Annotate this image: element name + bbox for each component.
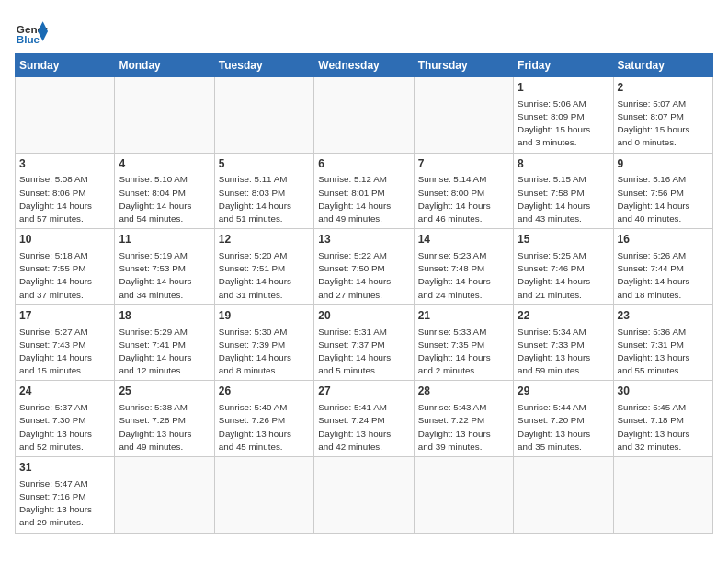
calendar-cell [16, 77, 115, 154]
calendar-cell [314, 77, 414, 154]
day-number: 13 [318, 232, 409, 247]
day-number: 16 [618, 232, 709, 247]
weekday-header-thursday: Thursday [414, 54, 513, 77]
day-number: 29 [518, 384, 609, 399]
day-info: Sunrise: 5:44 AM Sunset: 7:20 PM Dayligh… [518, 401, 609, 454]
calendar-cell: 29Sunrise: 5:44 AM Sunset: 7:20 PM Dayli… [514, 381, 613, 457]
calendar-cell: 27Sunrise: 5:41 AM Sunset: 7:24 PM Dayli… [314, 381, 414, 457]
day-info: Sunrise: 5:10 AM Sunset: 8:04 PM Dayligh… [119, 173, 210, 225]
day-number: 7 [418, 156, 509, 172]
calendar-week-row: 10Sunrise: 5:18 AM Sunset: 7:55 PM Dayli… [16, 229, 713, 305]
calendar-cell: 20Sunrise: 5:31 AM Sunset: 7:37 PM Dayli… [314, 304, 414, 381]
calendar-cell: 13Sunrise: 5:22 AM Sunset: 7:50 PM Dayli… [314, 229, 414, 305]
day-info: Sunrise: 5:15 AM Sunset: 7:58 PM Dayligh… [518, 173, 609, 225]
calendar-week-row: 24Sunrise: 5:37 AM Sunset: 7:30 PM Dayli… [16, 381, 713, 457]
day-info: Sunrise: 5:33 AM Sunset: 7:35 PM Dayligh… [418, 326, 509, 378]
day-info: Sunrise: 5:45 AM Sunset: 7:18 PM Dayligh… [618, 401, 709, 454]
weekday-header-tuesday: Tuesday [214, 54, 313, 77]
weekday-header-row: SundayMondayTuesdayWednesdayThursdayFrid… [16, 54, 713, 77]
calendar-cell: 16Sunrise: 5:26 AM Sunset: 7:44 PM Dayli… [613, 229, 712, 305]
day-number: 11 [119, 232, 210, 247]
day-number: 27 [318, 384, 409, 399]
calendar-cell: 4Sunrise: 5:10 AM Sunset: 8:04 PM Daylig… [115, 153, 214, 229]
day-info: Sunrise: 5:18 AM Sunset: 7:55 PM Dayligh… [19, 249, 110, 302]
calendar-cell [514, 457, 613, 534]
weekday-header-monday: Monday [115, 54, 214, 77]
calendar-cell [314, 457, 414, 534]
calendar-cell: 15Sunrise: 5:25 AM Sunset: 7:46 PM Dayli… [514, 229, 613, 305]
day-info: Sunrise: 5:40 AM Sunset: 7:26 PM Dayligh… [219, 401, 310, 454]
day-info: Sunrise: 5:14 AM Sunset: 8:00 PM Dayligh… [418, 173, 509, 225]
day-info: Sunrise: 5:22 AM Sunset: 7:50 PM Dayligh… [318, 249, 409, 302]
calendar-table: SundayMondayTuesdayWednesdayThursdayFrid… [15, 53, 713, 534]
day-number: 14 [418, 232, 509, 247]
day-number: 17 [19, 308, 110, 324]
calendar-cell [115, 457, 214, 534]
calendar-cell: 5Sunrise: 5:11 AM Sunset: 8:03 PM Daylig… [214, 153, 313, 229]
calendar-week-row: 3Sunrise: 5:08 AM Sunset: 8:06 PM Daylig… [16, 153, 713, 229]
day-info: Sunrise: 5:37 AM Sunset: 7:30 PM Dayligh… [19, 401, 110, 454]
calendar-cell: 12Sunrise: 5:20 AM Sunset: 7:51 PM Dayli… [214, 229, 313, 305]
calendar-cell: 23Sunrise: 5:36 AM Sunset: 7:31 PM Dayli… [613, 304, 712, 381]
day-info: Sunrise: 5:08 AM Sunset: 8:06 PM Dayligh… [19, 173, 110, 225]
calendar-cell [613, 457, 712, 534]
day-number: 30 [618, 384, 709, 399]
day-info: Sunrise: 5:26 AM Sunset: 7:44 PM Dayligh… [618, 249, 709, 302]
day-number: 22 [518, 308, 609, 324]
calendar-cell [414, 77, 513, 154]
day-number: 3 [19, 156, 110, 172]
day-number: 5 [219, 156, 310, 172]
calendar-cell: 2Sunrise: 5:07 AM Sunset: 8:07 PM Daylig… [613, 77, 712, 154]
day-number: 21 [418, 308, 509, 324]
day-number: 4 [119, 156, 210, 172]
calendar-cell: 26Sunrise: 5:40 AM Sunset: 7:26 PM Dayli… [214, 381, 313, 457]
calendar-cell: 6Sunrise: 5:12 AM Sunset: 8:01 PM Daylig… [314, 153, 414, 229]
calendar-week-row: 31Sunrise: 5:47 AM Sunset: 7:16 PM Dayli… [16, 457, 713, 534]
calendar-cell [414, 457, 513, 534]
day-info: Sunrise: 5:31 AM Sunset: 7:37 PM Dayligh… [318, 326, 409, 378]
day-number: 10 [19, 232, 110, 247]
day-info: Sunrise: 5:36 AM Sunset: 7:31 PM Dayligh… [618, 326, 709, 378]
day-info: Sunrise: 5:19 AM Sunset: 7:53 PM Dayligh… [119, 249, 210, 302]
day-number: 12 [219, 232, 310, 247]
day-number: 31 [19, 460, 110, 476]
calendar-cell: 1Sunrise: 5:06 AM Sunset: 8:09 PM Daylig… [514, 77, 613, 154]
calendar-cell: 24Sunrise: 5:37 AM Sunset: 7:30 PM Dayli… [16, 381, 115, 457]
day-info: Sunrise: 5:07 AM Sunset: 8:07 PM Dayligh… [618, 98, 709, 150]
day-number: 8 [518, 156, 609, 172]
day-info: Sunrise: 5:29 AM Sunset: 7:41 PM Dayligh… [119, 326, 210, 378]
day-number: 2 [618, 80, 709, 96]
weekday-header-wednesday: Wednesday [314, 54, 414, 77]
day-number: 23 [618, 308, 709, 324]
calendar-cell: 3Sunrise: 5:08 AM Sunset: 8:06 PM Daylig… [16, 153, 115, 229]
calendar-cell: 22Sunrise: 5:34 AM Sunset: 7:33 PM Dayli… [514, 304, 613, 381]
day-number: 9 [618, 156, 709, 172]
calendar-cell: 25Sunrise: 5:38 AM Sunset: 7:28 PM Dayli… [115, 381, 214, 457]
day-info: Sunrise: 5:06 AM Sunset: 8:09 PM Dayligh… [518, 98, 609, 150]
day-info: Sunrise: 5:47 AM Sunset: 7:16 PM Dayligh… [19, 477, 110, 530]
weekday-header-saturday: Saturday [613, 54, 712, 77]
day-number: 18 [119, 308, 210, 324]
calendar-cell [115, 77, 214, 154]
day-info: Sunrise: 5:25 AM Sunset: 7:46 PM Dayligh… [518, 249, 609, 302]
calendar-cell: 19Sunrise: 5:30 AM Sunset: 7:39 PM Dayli… [214, 304, 313, 381]
day-info: Sunrise: 5:30 AM Sunset: 7:39 PM Dayligh… [219, 326, 310, 378]
day-info: Sunrise: 5:43 AM Sunset: 7:22 PM Dayligh… [418, 401, 509, 454]
day-info: Sunrise: 5:38 AM Sunset: 7:28 PM Dayligh… [119, 401, 210, 454]
weekday-header-friday: Friday [514, 54, 613, 77]
svg-text:Blue: Blue [17, 33, 40, 45]
calendar-cell: 30Sunrise: 5:45 AM Sunset: 7:18 PM Dayli… [613, 381, 712, 457]
calendar-cell: 9Sunrise: 5:16 AM Sunset: 7:56 PM Daylig… [613, 153, 712, 229]
day-info: Sunrise: 5:12 AM Sunset: 8:01 PM Dayligh… [318, 173, 409, 225]
day-info: Sunrise: 5:20 AM Sunset: 7:51 PM Dayligh… [219, 249, 310, 302]
day-number: 26 [219, 384, 310, 399]
calendar-week-row: 1Sunrise: 5:06 AM Sunset: 8:09 PM Daylig… [16, 77, 713, 154]
day-number: 19 [219, 308, 310, 324]
day-info: Sunrise: 5:23 AM Sunset: 7:48 PM Dayligh… [418, 249, 509, 302]
day-number: 28 [418, 384, 509, 399]
day-info: Sunrise: 5:41 AM Sunset: 7:24 PM Dayligh… [318, 401, 409, 454]
page-header: General Blue [15, 15, 713, 48]
day-info: Sunrise: 5:34 AM Sunset: 7:33 PM Dayligh… [518, 326, 609, 378]
weekday-header-sunday: Sunday [16, 54, 115, 77]
calendar-cell: 21Sunrise: 5:33 AM Sunset: 7:35 PM Dayli… [414, 304, 513, 381]
